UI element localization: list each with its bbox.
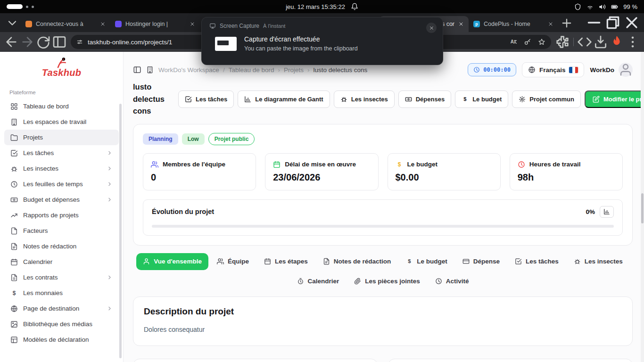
close-window-button[interactable] [622,13,641,32]
card-icon [462,258,470,265]
notification-close-icon[interactable] [426,23,437,33]
panel-toggle-icon[interactable] [133,66,141,74]
dollar-icon: $ [406,258,413,265]
sidebar-item[interactable]: Facteurs [4,223,119,239]
download-icon[interactable] [593,34,608,49]
sidebar-item-label: Calendrier [23,258,52,265]
window-controls [585,13,641,32]
project-action-button[interactable]: Projet commun [512,90,581,108]
summary-card: Calendrier du projet [133,359,378,362]
system-clock-area[interactable]: jeu. 12 mars 15:35:22 [286,3,358,10]
project-overview-card: PlanningLowProjet public Membres de l'éq… [133,124,633,246]
workspace-name[interactable]: WorkDo's Workspace [158,66,219,74]
forward-button[interactable] [20,34,35,49]
back-button[interactable] [4,34,19,49]
project-action-button[interactable]: Les insectes [334,90,395,108]
password-key-icon[interactable] [524,38,531,46]
project-action-button[interactable]: Les tâches [178,90,234,108]
workspace-dot[interactable] [26,6,28,8]
project-actions: Les tâchesLe diagramme de GanttLes insec… [178,90,644,108]
sidebar-item[interactable]: Notes de rédaction [4,239,119,254]
sidebar-scrollbar[interactable] [119,104,122,358]
browser-tab[interactable]: pCodePlus - Home [469,16,558,32]
tab-les-tapes[interactable]: Les étapes [257,253,314,270]
tab--quipe[interactable]: Équipe [210,253,256,270]
tab-notes-de-r-daction[interactable]: Notes de rédaction [316,253,398,270]
tab-close-icon[interactable] [548,21,553,27]
sidebar-item[interactable]: $Les monnaies [4,285,119,301]
browser-tab[interactable]: Connectez-vous à [21,16,110,32]
sidebar-item[interactable]: Les tâches [4,145,119,161]
sidebar-item[interactable]: Tableau de bord [4,99,119,114]
tab-calendrier[interactable]: Calendrier [290,273,346,290]
tab-close-icon[interactable] [458,21,464,27]
sidebar-item[interactable]: Les insectes [4,161,119,176]
side-panel-button[interactable] [52,34,67,49]
sidebar-item[interactable]: Bibliothèque des médias [4,316,119,332]
tab-close-icon[interactable] [100,21,106,27]
tab-activit-[interactable]: Activité [429,273,476,290]
flame-extension-icon[interactable] [609,34,624,49]
breadcrumb-item[interactable]: Projets [284,66,304,74]
project-action-label: Le diagramme de Gantt [255,96,323,103]
timer-badge[interactable]: 00:00:00 [468,63,516,76]
sidebar-item[interactable]: Les espaces de travail [4,114,119,130]
breadcrumb-item[interactable]: lusto delectus cons [314,66,368,74]
tab-le-budget[interactable]: $Le budget [399,253,454,270]
users-icon [151,161,158,168]
sidebar-item[interactable]: Les feuilles de temps [4,176,119,192]
app-logo[interactable]: Taskhub [0,58,123,78]
avatar[interactable] [619,63,633,77]
tab-close-icon[interactable] [190,21,195,27]
bookmark-star-icon[interactable] [538,38,545,46]
clock-icon [10,181,18,188]
tab-search-button[interactable] [6,16,19,30]
minimize-button[interactable] [585,13,603,32]
main-content: WorkDo's Workspace /Tableau de bord›Proj… [124,52,644,362]
extensions-puzzle-icon[interactable] [555,34,570,49]
site-settings-icon[interactable] [76,39,83,45]
bell-icon[interactable] [351,3,358,10]
sidebar-item[interactable]: Calendrier [4,254,119,270]
tab-les-pi-ces-jointes[interactable]: Les pièces jointes [347,273,426,290]
timer-value: 00:00:00 [483,66,511,73]
clock-icon [518,161,525,168]
page-scrollbar-thumb[interactable] [641,193,644,223]
tab-vue-d-ensemble[interactable]: Vue d'ensemble [136,253,208,270]
sidebar-item[interactable]: Page de destination [4,301,119,316]
sidebar-item[interactable]: Modèles de déclaration [4,332,119,347]
globe-icon [10,305,18,313]
sidebar-item[interactable]: Projets [4,130,119,145]
description-card: Description du projet Dolores consequatu… [133,296,633,346]
sidebar-item[interactable]: Budget et dépenses [4,192,119,207]
screen-capture-notification[interactable]: Screen Capture À l'instant Capture d'écr… [201,17,443,65]
user-menu[interactable]: WorkDo [590,63,633,77]
workspace-pill[interactable] [7,4,23,9]
new-tab-button[interactable] [560,16,573,30]
stat-value: 23/06/2026 [273,172,370,183]
tab-les-t-ches[interactable]: Les tâches [508,253,565,270]
translate-icon[interactable]: A [510,38,517,46]
browser-tab[interactable]: Hostinger login | [110,16,200,32]
project-action-button[interactable]: Le diagramme de Gantt [238,90,330,108]
system-tray[interactable]: 99 % [574,3,637,10]
tab-les-insectes[interactable]: Les insectes [567,253,629,270]
restore-button[interactable] [603,13,622,32]
workspace-dot[interactable] [32,6,34,8]
volume-icon [599,3,606,10]
browser-menu-icon[interactable] [625,34,640,49]
tab-d-pense[interactable]: Dépense [456,253,506,270]
code-extension-icon[interactable] [577,34,592,49]
project-action-button[interactable]: $Le budget [455,90,508,108]
sidebar-item[interactable]: Les contrats [4,270,119,285]
progress-chart-button[interactable] [600,206,614,218]
check-square-icon [515,258,522,265]
language-selector[interactable]: Français [522,62,585,77]
edit-project-button[interactable]: Modifier le projet [585,90,644,108]
project-action-button[interactable]: Dépenses [398,90,451,108]
reload-button[interactable] [36,34,51,49]
sidebar-item-label: Les insectes [23,165,58,172]
breadcrumb-item[interactable]: Tableau de bord [229,66,274,74]
stat-label: Heures de travail [529,161,581,168]
sidebar-item[interactable]: Rapports de projets [4,207,119,223]
